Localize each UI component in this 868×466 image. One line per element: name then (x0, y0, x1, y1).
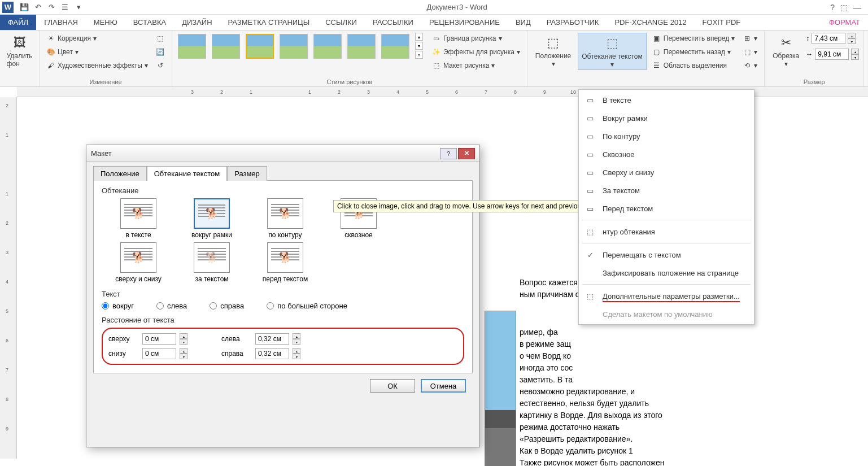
picture-style-thumb[interactable] (246, 34, 274, 59)
position-button[interactable]: ⬚ Положение▾ (532, 33, 574, 69)
radio-around[interactable]: вокруг (102, 302, 134, 310)
spin-up-icon[interactable]: ▴ (293, 348, 300, 354)
dialog-titlebar[interactable]: Макет ? ✕ (86, 145, 479, 162)
qat-dropdown-icon[interactable]: ▾ (73, 2, 84, 12)
tab-format[interactable]: ФОРМАТ (821, 15, 868, 30)
tab-design[interactable]: ДИЗАЙН (174, 15, 220, 30)
height-input[interactable] (812, 33, 845, 44)
compress-pictures-button[interactable]: ⬚ (154, 33, 167, 44)
wrap-option-topbottom[interactable]: 🐕сверху и снизу (102, 242, 175, 283)
spin-up-icon[interactable]: ▴ (851, 49, 859, 54)
radio-largest[interactable]: по большей стороне (267, 302, 347, 310)
menu-edit-wrap-points[interactable]: ⬚нтур обтекания (579, 223, 754, 241)
save-icon[interactable]: 💾 (19, 2, 29, 12)
crop-button[interactable]: ✂ Обрезка▾ (769, 33, 802, 69)
document-image[interactable] (485, 311, 516, 466)
wrap-text-button[interactable]: ⬚ Обтекание текстом▾ (578, 33, 646, 70)
reset-picture-button[interactable]: ↺ (154, 60, 167, 71)
dialog-tab-position[interactable]: Положение (93, 166, 147, 181)
change-picture-button[interactable]: 🔄 (154, 46, 167, 58)
menu-in-front[interactable]: ▭Перед текстом (579, 199, 754, 217)
rotate-button[interactable]: ⟲▾ (740, 60, 760, 71)
tab-developer[interactable]: РАЗРАБОТЧИК (539, 15, 607, 30)
group-button[interactable]: ⬚▾ (740, 46, 760, 58)
undo-icon[interactable]: ↶ (33, 2, 43, 12)
menu-in-line[interactable]: ▭В тексте (579, 91, 754, 109)
menu-fix-position[interactable]: Зафиксировать положение на странице (579, 264, 754, 282)
tab-home[interactable]: ГЛАВНАЯ (36, 15, 86, 30)
picture-layout-button[interactable]: ⬚Макет рисунка ▾ (430, 60, 522, 71)
tab-page-layout[interactable]: РАЗМЕТКА СТРАНИЦЫ (220, 15, 318, 30)
distance-top-input[interactable] (142, 333, 176, 345)
ribbon-display-icon[interactable]: ⬚ (840, 3, 848, 12)
tab-view[interactable]: ВИД (508, 15, 539, 30)
wrap-option-tight[interactable]: 🐕по контуру (248, 198, 322, 239)
distance-bottom-input[interactable] (142, 348, 176, 359)
spin-down-icon[interactable]: ▾ (293, 339, 300, 345)
bring-forward-button[interactable]: ▣Переместить вперед ▾ (650, 33, 737, 44)
help-icon[interactable]: ? (830, 3, 835, 12)
ok-button[interactable]: ОК (370, 379, 415, 393)
dialog-tab-size[interactable]: Размер (227, 166, 267, 181)
distance-right-input[interactable] (255, 348, 289, 359)
tab-review[interactable]: РЕЦЕНЗИРОВАНИЕ (421, 15, 508, 30)
picture-style-thumb[interactable] (347, 34, 376, 59)
picture-style-thumb[interactable] (280, 34, 308, 59)
tab-foxit[interactable]: Foxit PDF (695, 15, 749, 30)
wrap-option-inline[interactable]: 🐕в тексте (102, 198, 175, 239)
spin-up-icon[interactable]: ▴ (848, 33, 856, 38)
selection-pane-button[interactable]: ☰Область выделения (650, 60, 737, 71)
color-button[interactable]: 🎨Цвет ▾ (44, 46, 150, 58)
wrap-option-square[interactable]: 🐕вокруг рамки (175, 198, 248, 239)
spin-up-icon[interactable]: ▴ (180, 348, 187, 354)
remove-background-button[interactable]: 🖼 Удалить фон (5, 33, 34, 69)
picture-effects-button[interactable]: ✨Эффекты для рисунка ▾ (430, 46, 522, 58)
menu-move-with-text[interactable]: ✓Перемещать с текстом (579, 246, 754, 264)
menu-top-bottom[interactable]: ▭Сверху и снизу (579, 163, 754, 181)
radio-left[interactable]: слева (156, 302, 187, 310)
menu-behind-text[interactable]: ▭За текстом (579, 181, 754, 199)
spin-down-icon[interactable]: ▾ (180, 339, 187, 345)
picture-border-button[interactable]: ▭Граница рисунка ▾ (430, 33, 522, 44)
spin-up-icon[interactable]: ▴ (180, 333, 187, 339)
picture-style-thumb[interactable] (313, 34, 342, 59)
menu-square[interactable]: ▭Вокруг рамки (579, 109, 754, 127)
tab-menu[interactable]: Меню (86, 15, 125, 30)
gallery-more-icon[interactable]: ▿ (415, 51, 423, 59)
spin-down-icon[interactable]: ▾ (848, 38, 856, 44)
minimize-icon[interactable]: — (853, 3, 861, 12)
tab-mailings[interactable]: РАССЫЛКИ (365, 15, 421, 30)
width-input[interactable] (815, 49, 849, 60)
menu-through[interactable]: ▭Сквозное (579, 145, 754, 163)
corrections-button[interactable]: ☀Коррекция ▾ (44, 33, 150, 44)
redo-icon[interactable]: ↷ (46, 2, 56, 12)
tab-pdfxchange[interactable]: PDF-XChange 2012 (607, 15, 694, 30)
spin-down-icon[interactable]: ▾ (293, 354, 300, 359)
spin-down-icon[interactable]: ▾ (851, 54, 859, 60)
menu-more-layout-options[interactable]: ⬚Дополнительные параметры разметки... (579, 287, 754, 305)
gallery-up-icon[interactable]: ▴ (415, 33, 423, 41)
spin-up-icon[interactable]: ▴ (293, 333, 300, 339)
artistic-effects-button[interactable]: 🖌Художественные эффекты ▾ (44, 60, 150, 71)
menu-set-default[interactable]: Сделать макетом по умолчанию (579, 305, 754, 323)
wrap-option-front[interactable]: 🐕перед текстом (248, 242, 322, 283)
radio-right[interactable]: справа (210, 302, 244, 310)
menu-tight[interactable]: ▭По контуру (579, 127, 754, 145)
touch-mode-icon[interactable]: ☰ (60, 2, 70, 12)
align-button[interactable]: ⊞▾ (740, 33, 760, 44)
picture-style-thumb[interactable] (381, 34, 409, 59)
dialog-close-button[interactable]: ✕ (458, 148, 475, 159)
picture-style-thumb[interactable] (212, 34, 240, 59)
dialog-help-button[interactable]: ? (440, 148, 457, 159)
spin-down-icon[interactable]: ▾ (180, 354, 187, 359)
tab-references[interactable]: ССЫЛКИ (317, 15, 365, 30)
send-backward-button[interactable]: ▢Переместить назад ▾ (650, 46, 737, 58)
wrap-option-behind[interactable]: 🐕за текстом (175, 242, 248, 283)
tab-insert[interactable]: ВСТАВКА (125, 15, 174, 30)
dialog-tab-wrap[interactable]: Обтекание текстом (147, 166, 227, 181)
cancel-button[interactable]: Отмена (421, 379, 466, 393)
gallery-down-icon[interactable]: ▾ (415, 42, 423, 50)
picture-style-thumb[interactable] (178, 34, 206, 59)
tab-file[interactable]: ФАЙЛ (0, 15, 36, 30)
distance-left-input[interactable] (255, 333, 289, 345)
